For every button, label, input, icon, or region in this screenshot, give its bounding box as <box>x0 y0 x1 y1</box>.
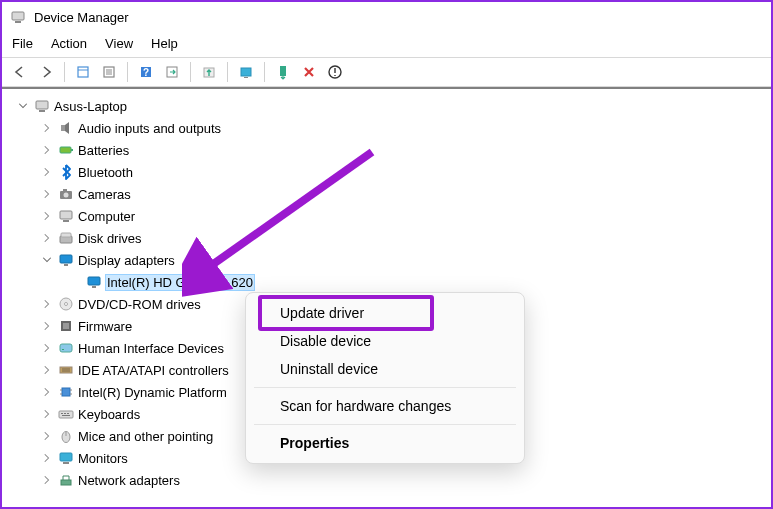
tree-node[interactable]: Computer <box>12 205 771 227</box>
display-icon <box>86 274 102 290</box>
app-icon <box>10 9 26 25</box>
toolbar-separator <box>64 62 65 82</box>
tree-node-label: Display adapters <box>78 253 175 268</box>
toolbar-separator <box>264 62 265 82</box>
tree-node-label: Bluetooth <box>78 165 133 180</box>
tree-node[interactable]: Asus-Laptop <box>12 95 771 117</box>
properties-button[interactable] <box>97 61 121 83</box>
tree-node[interactable]: Batteries <box>12 139 771 161</box>
action-button[interactable] <box>160 61 184 83</box>
chevron-down-icon[interactable] <box>40 253 54 267</box>
chip-icon <box>58 384 74 400</box>
uninstall-device-button[interactable] <box>323 61 347 83</box>
chevron-right-icon[interactable] <box>40 451 54 465</box>
ctx-update-driver[interactable]: Update driver <box>248 299 522 327</box>
help-button[interactable] <box>134 61 158 83</box>
update-driver-icon <box>201 64 217 80</box>
chevron-right-icon[interactable] <box>40 429 54 443</box>
scan-icon <box>238 64 254 80</box>
tree-node[interactable]: Bluetooth <box>12 161 771 183</box>
chevron-right-icon[interactable] <box>40 297 54 311</box>
back-icon <box>12 64 28 80</box>
ide-icon <box>58 362 74 378</box>
tree-node-label: Firmware <box>78 319 132 334</box>
tree-node[interactable]: Intel(R) HD Graphics 620 <box>12 271 771 293</box>
bluetooth-icon <box>58 164 74 180</box>
tree-node[interactable]: Disk drives <box>12 227 771 249</box>
menu-view[interactable]: View <box>105 36 133 51</box>
ctx-divider <box>254 387 516 388</box>
properties-icon <box>101 64 117 80</box>
window-title: Device Manager <box>34 10 129 25</box>
tree-node-label: Batteries <box>78 143 129 158</box>
title-bar: Device Manager <box>2 2 771 32</box>
toolbar-separator <box>227 62 228 82</box>
ctx-disable-device[interactable]: Disable device <box>248 327 522 355</box>
chevron-right-icon[interactable] <box>40 341 54 355</box>
chevron-right-icon[interactable] <box>40 385 54 399</box>
disable-icon <box>301 64 317 80</box>
forward-icon <box>38 64 54 80</box>
chevron-right-icon[interactable] <box>40 363 54 377</box>
computer-icon <box>34 98 50 114</box>
toolbar-separator <box>190 62 191 82</box>
mouse-icon <box>58 428 74 444</box>
tree-node-label: Asus-Laptop <box>54 99 127 114</box>
tree-node[interactable]: Display adapters <box>12 249 771 271</box>
tree-node-label: DVD/CD-ROM drives <box>78 297 201 312</box>
chevron-right-icon[interactable] <box>40 143 54 157</box>
cd-icon <box>58 296 74 312</box>
menu-action[interactable]: Action <box>51 36 87 51</box>
ctx-divider <box>254 424 516 425</box>
update-driver-button[interactable] <box>197 61 221 83</box>
chevron-right-icon[interactable] <box>40 231 54 245</box>
disable-device-button[interactable] <box>297 61 321 83</box>
keyboard-icon <box>58 406 74 422</box>
chevron-right-icon[interactable] <box>40 407 54 421</box>
chevron-right-icon[interactable] <box>40 209 54 223</box>
ctx-uninstall-device[interactable]: Uninstall device <box>248 355 522 383</box>
chevron-right-icon <box>68 275 82 289</box>
tree-node[interactable]: Network adapters <box>12 469 771 491</box>
battery-icon <box>58 142 74 158</box>
tree-node-label: Disk drives <box>78 231 142 246</box>
tree-node-label: Cameras <box>78 187 131 202</box>
menu-help[interactable]: Help <box>151 36 178 51</box>
uninstall-icon <box>327 64 343 80</box>
menu-bar: File Action View Help <box>2 32 771 57</box>
chevron-right-icon[interactable] <box>40 473 54 487</box>
context-menu: Update driver Disable device Uninstall d… <box>245 292 525 464</box>
chevron-right-icon[interactable] <box>40 121 54 135</box>
chevron-down-icon[interactable] <box>16 99 30 113</box>
ctx-properties[interactable]: Properties <box>248 429 522 457</box>
audio-icon <box>58 120 74 136</box>
tree-node-label: Mice and other pointing <box>78 429 213 444</box>
disk-icon <box>58 230 74 246</box>
enable-icon <box>275 64 291 80</box>
tree-node[interactable]: Audio inputs and outputs <box>12 117 771 139</box>
enable-device-button[interactable] <box>271 61 295 83</box>
tree-node-label: Human Interface Devices <box>78 341 224 356</box>
chevron-right-icon[interactable] <box>40 165 54 179</box>
back-button[interactable] <box>8 61 32 83</box>
tree-node-label: Audio inputs and outputs <box>78 121 221 136</box>
network-icon <box>58 472 74 488</box>
chevron-right-icon[interactable] <box>40 319 54 333</box>
tree-node-label: Intel(R) Dynamic Platform <box>78 385 227 400</box>
display-icon <box>58 252 74 268</box>
forward-button[interactable] <box>34 61 58 83</box>
toolbar <box>2 57 771 87</box>
tree-node-label: Keyboards <box>78 407 140 422</box>
menu-file[interactable]: File <box>12 36 33 51</box>
tree-node-label: IDE ATA/ATAPI controllers <box>78 363 229 378</box>
chevron-right-icon[interactable] <box>40 187 54 201</box>
tree-node-label: Monitors <box>78 451 128 466</box>
tree-node-label: Computer <box>78 209 135 224</box>
monitor-icon <box>58 450 74 466</box>
tree-node-label: Network adapters <box>78 473 180 488</box>
show-hidden-button[interactable] <box>71 61 95 83</box>
tree-node[interactable]: Cameras <box>12 183 771 205</box>
scan-hardware-button[interactable] <box>234 61 258 83</box>
panel-icon <box>75 64 91 80</box>
ctx-scan-hardware[interactable]: Scan for hardware changes <box>248 392 522 420</box>
